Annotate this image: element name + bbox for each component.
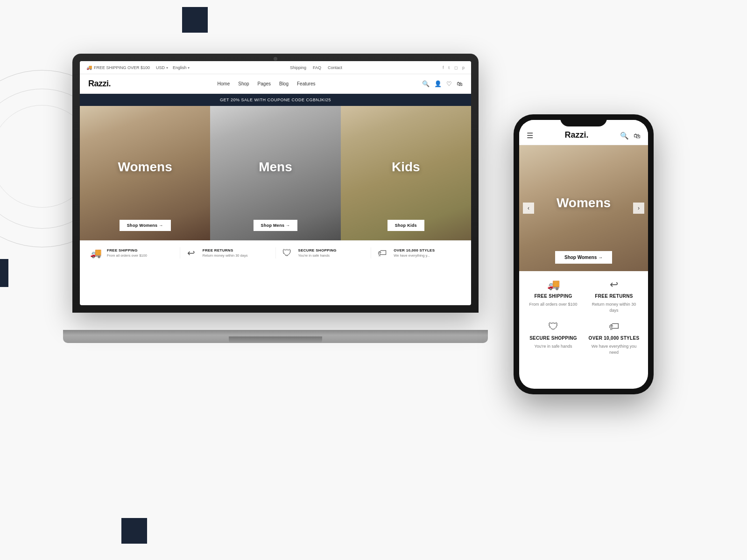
pinterest-icon[interactable]: p <box>462 65 465 70</box>
laptop-base-inner <box>229 336 322 343</box>
language-value: English <box>173 65 187 70</box>
styles-icon: 🏷 <box>376 248 389 259</box>
mens-label: Mens <box>259 160 292 175</box>
language-selector[interactable]: English ▾ <box>173 65 190 70</box>
topbar-faq-link[interactable]: FAQ <box>313 65 321 70</box>
promo-text: GET 20% SALE WITH COUPONE CODE CGBNJKI25 <box>220 98 331 102</box>
laptop-base <box>63 330 488 343</box>
styles-title: OVER 10,000 STYLES <box>394 248 435 252</box>
bg-decoration-mid <box>0 259 8 287</box>
topbar-shipping-link[interactable]: Shipping <box>290 65 306 70</box>
laptop-camera <box>274 57 277 61</box>
styles-desc: We have everything y... <box>394 253 435 258</box>
site-features-bar: 🚚 FREE SHIPPING From all orders over $10… <box>80 240 471 265</box>
phone-logo[interactable]: Razzi. <box>564 130 588 140</box>
phone-hero: ‹ Womens Shop Womens → › <box>519 145 648 271</box>
phone-secure-desc: You're in safe hands <box>535 343 572 350</box>
nav-home[interactable]: Home <box>218 81 230 86</box>
language-dropdown-arrow: ▾ <box>188 66 190 70</box>
nav-features[interactable]: Features <box>297 81 315 86</box>
free-returns-text: FREE RETURNS Return money within 30 days <box>203 248 248 258</box>
topbar-left: 🚚 FREE SHIPPING OVER $100 USD ▾ English … <box>86 65 190 70</box>
feature-free-shipping: 🚚 FREE SHIPPING From all orders over $10… <box>85 247 180 259</box>
shop-kids-label: Shop Kids <box>395 223 417 228</box>
phone-mockup: ☰ Razzi. 🔍 🛍 ‹ Womens Shop Womens → › <box>514 114 654 394</box>
secure-shopping-icon: 🛡 <box>281 248 294 259</box>
topbar-center: Shipping FAQ Contact <box>290 65 342 70</box>
free-returns-desc: Return money within 30 days <box>203 253 248 258</box>
feature-secure-shopping: 🛡 SECURE SHOPPING You're in safe hands <box>276 247 372 259</box>
currency-selector[interactable]: USD ▾ <box>156 65 168 70</box>
phone-secure-icon: 🛡 <box>548 321 558 333</box>
promo-bar: GET 20% SALE WITH COUPONE CODE CGBNJKI25 <box>80 94 471 106</box>
phone-features: 🚚 FREE SHIPPING From all orders over $10… <box>519 271 648 363</box>
cart-icon[interactable]: 🛍 <box>457 80 463 87</box>
phone-feature-styles: 🏷 OVER 10,000 STYLES We have everything … <box>587 321 641 355</box>
topbar-contact-link[interactable]: Contact <box>328 65 342 70</box>
free-shipping-text: FREE SHIPPING From all orders over $100 <box>107 248 147 258</box>
phone-styles-title: OVER 10,000 STYLES <box>589 336 640 341</box>
phone-returns-title: FREE RETURNS <box>595 294 633 299</box>
nav-blog[interactable]: Blog <box>279 81 289 86</box>
phone-shipping-title: FREE SHIPPING <box>534 294 572 299</box>
phone-shop-womens-label: Shop Womens → <box>564 255 603 260</box>
phone-styles-icon: 🏷 <box>609 321 619 333</box>
secure-shopping-desc: You're in safe hands <box>298 253 337 258</box>
phone-styles-desc: We have everything you need <box>587 343 641 355</box>
hamburger-icon[interactable]: ☰ <box>527 131 533 140</box>
womens-label: Womens <box>118 160 172 175</box>
phone-returns-desc: Return money within 30 days <box>587 301 641 313</box>
phone-shipping-desc: From all orders over $100 <box>529 301 577 308</box>
secure-shopping-title: SECURE SHOPPING <box>298 248 337 252</box>
phone-shop-womens-button[interactable]: Shop Womens → <box>555 251 612 264</box>
site-nav-icons: 🔍 👤 ♡ 🛍 <box>422 80 463 87</box>
user-icon[interactable]: 👤 <box>434 80 442 87</box>
instagram-icon[interactable]: ◻ <box>454 65 458 70</box>
nav-shop[interactable]: Shop <box>238 81 249 86</box>
shop-mens-button[interactable]: Shop Mens → <box>254 220 298 231</box>
search-icon[interactable]: 🔍 <box>422 80 430 87</box>
truck-icon: 🚚 <box>86 65 92 70</box>
phone-notch <box>560 114 607 126</box>
phone-frame: ☰ Razzi. 🔍 🛍 ‹ Womens Shop Womens → › <box>514 114 654 394</box>
laptop-screen: 🚚 FREE SHIPPING OVER $100 USD ▾ English … <box>80 61 471 305</box>
site-topbar: 🚚 FREE SHIPPING OVER $100 USD ▾ English … <box>80 61 471 74</box>
phone-feature-free-returns: ↩ FREE RETURNS Return money within 30 da… <box>587 279 641 313</box>
phone-screen: ☰ Razzi. 🔍 🛍 ‹ Womens Shop Womens → › <box>519 120 648 389</box>
phone-search-icon[interactable]: 🔍 <box>620 132 629 140</box>
phone-shipping-icon: 🚚 <box>547 279 560 291</box>
free-returns-title: FREE RETURNS <box>203 248 248 252</box>
kids-label: Kids <box>392 160 420 175</box>
bg-decoration-top <box>182 7 208 33</box>
phone-feature-free-shipping: 🚚 FREE SHIPPING From all orders over $10… <box>527 279 580 313</box>
wishlist-icon[interactable]: ♡ <box>446 80 452 87</box>
free-shipping-label: FREE SHIPPING OVER $100 <box>94 65 150 70</box>
phone-next-button[interactable]: › <box>633 203 644 214</box>
secure-shopping-text: SECURE SHOPPING You're in safe hands <box>298 248 337 258</box>
laptop-frame: 🚚 FREE SHIPPING OVER $100 USD ▾ English … <box>72 54 479 313</box>
shop-womens-button[interactable]: Shop Womens → <box>120 220 171 231</box>
bg-decoration-bottom <box>121 518 147 544</box>
phone-cart-icon[interactable]: 🛍 <box>634 132 641 140</box>
shop-mens-label: Shop Mens → <box>261 223 290 228</box>
shop-kids-button[interactable]: Shop Kids <box>388 220 424 231</box>
phone-prev-button[interactable]: ‹ <box>523 203 534 214</box>
free-shipping-title: FREE SHIPPING <box>107 248 147 252</box>
site-logo[interactable]: Razzi. <box>88 79 111 89</box>
styles-text: OVER 10,000 STYLES We have everything y.… <box>394 248 435 258</box>
shop-womens-label: Shop Womens → <box>127 223 163 228</box>
hero-panel-womens: Womens Shop Womens → <box>80 106 210 240</box>
hero-panel-mens: Mens Shop Mens → <box>210 106 340 240</box>
currency-dropdown-arrow: ▾ <box>166 66 168 70</box>
site-hero: Womens Shop Womens → Mens Shop Mens → Ki… <box>80 106 471 240</box>
feature-free-returns: ↩ FREE RETURNS Return money within 30 da… <box>180 247 276 259</box>
nav-pages[interactable]: Pages <box>258 81 271 86</box>
free-shipping-desc: From all orders over $100 <box>107 253 147 258</box>
free-returns-icon: ↩ <box>185 247 198 259</box>
phone-feature-secure-shopping: 🛡 SECURE SHOPPING You're in safe hands <box>527 321 580 355</box>
hero-panel-kids: Kids Shop Kids <box>341 106 471 240</box>
free-shipping-icon: 🚚 <box>89 247 102 259</box>
phone-secure-title: SECURE SHOPPING <box>529 336 577 341</box>
facebook-icon[interactable]: f <box>443 65 444 70</box>
twitter-icon[interactable]: t <box>448 65 450 70</box>
